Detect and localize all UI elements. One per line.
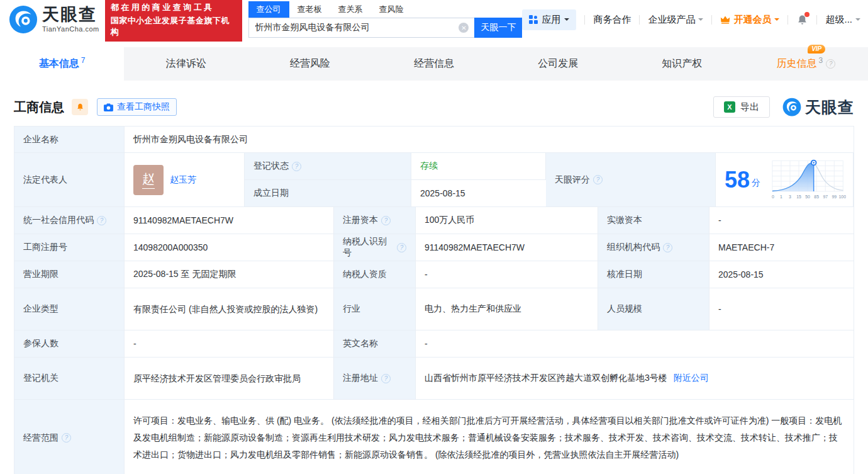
help-icon[interactable] <box>663 243 672 252</box>
table-row: 参保人数 - 英文名称 - <box>14 330 854 358</box>
help-icon[interactable] <box>62 433 71 443</box>
divider <box>584 15 585 25</box>
bell-icon <box>76 103 84 111</box>
tab-label: 经营信息 <box>414 57 454 71</box>
field-label-company-type: 企业类型 <box>14 288 125 330</box>
table-row: 经营范围 许可项目：发电业务、输电业务、供 (配) 电业务。 (依法须经批准的项… <box>14 400 854 474</box>
table-row: 企业名称 忻州市金朔风电设备有限公司 <box>14 127 854 153</box>
nav-enterprise-products[interactable]: 企业级产品 <box>648 14 703 26</box>
header-nav: 应用 商务合作 企业级产品 开通会员 <box>522 9 860 30</box>
search-tabs: 查公司 查老板 查关系 查风险 <box>248 1 523 18</box>
search-tab-risk[interactable]: 查风险 <box>371 1 412 18</box>
field-value-legal-rep: 赵 赵玉芳 <box>125 153 245 206</box>
field-label-taxpayer-no: 纳税人识别号 <box>334 234 416 261</box>
field-label-english-name: 英文名称 <box>334 330 416 357</box>
score-tick: 0 <box>772 194 774 198</box>
chevron-down-icon <box>774 18 779 23</box>
tianyancha-score[interactable]: 58 分 <box>716 153 854 206</box>
field-value-reg-authority: 原平经济技术开发区管理委员会行政审批局 <box>125 358 334 399</box>
banner-line1: 都在用的商业查询工具 <box>111 2 236 13</box>
camera-icon <box>104 103 113 111</box>
field-label-insured-num: 参保人数 <box>14 330 125 357</box>
field-value-term: 2025-08-15 至 无固定期限 <box>125 261 334 288</box>
field-label-company-name: 企业名称 <box>14 127 125 152</box>
tab-label: 法律诉讼 <box>166 57 206 71</box>
search-tab-relation[interactable]: 查关系 <box>330 1 371 18</box>
field-value-english-name: - <box>416 330 854 357</box>
tab-label: 基本信息 <box>39 57 79 71</box>
search-input[interactable] <box>248 18 475 38</box>
section-header: 工商信息 查看工商快照 导出 <box>14 96 854 118</box>
field-value-scope: 许可项目：发电业务、输电业务、供 (配) 电业务。 (依法须经批准的项目，经相关… <box>125 400 854 474</box>
field-label-credit-code: 统一社会信用代码 <box>14 207 125 234</box>
apps-menu[interactable]: 应用 <box>522 9 576 30</box>
score-distribution-chart: 0 1 3 15 50 85 97 99 100 <box>767 158 846 202</box>
watermark-text: 天眼查 <box>805 97 854 118</box>
field-value-reg-status: 存续 <box>411 153 546 180</box>
search-tab-company[interactable]: 查公司 <box>248 1 289 18</box>
field-label-industry: 行业 <box>334 288 416 330</box>
tianyancha-logo-icon <box>9 5 38 34</box>
field-value-reg-capital: 100万人民币 <box>416 207 598 234</box>
help-icon[interactable] <box>292 162 301 171</box>
tab-company-development[interactable]: 公司发展 <box>496 47 620 81</box>
field-value-address: 山西省忻州市原平经济技术开发区跨越大道双创孵化基地3号楼 附近公司 <box>416 358 854 399</box>
chevron-down-icon <box>698 18 703 23</box>
nearby-companies-link[interactable]: 附近公司 <box>674 373 709 384</box>
chevron-down-icon <box>855 18 860 23</box>
table-row: 企业类型 有限责任公司 (非自然人投资或控股的法人独资) 行业 电力、热力生产和… <box>14 288 854 330</box>
field-value-credit-code: 91140982MAETAECH7W <box>125 207 334 234</box>
promo-banner: 都在用的商业查询工具 国家中小企业发展子基金旗下机构 <box>105 0 242 42</box>
site-logo[interactable]: 天眼查 TianYanCha.com <box>9 5 99 34</box>
tab-operation-risk[interactable]: 经营风险 <box>248 47 372 81</box>
brand-domain: TianYanCha.com <box>42 25 99 33</box>
field-value-industry: 电力、热力生产和供应业 <box>416 288 598 330</box>
export-button[interactable]: 导出 <box>713 96 770 118</box>
search-button[interactable]: 天眼一下 <box>474 18 522 38</box>
help-icon[interactable] <box>826 59 835 69</box>
excel-icon <box>724 101 735 113</box>
enterprise-products-label: 企业级产品 <box>648 14 695 26</box>
tab-operation-info[interactable]: 经营信息 <box>372 47 496 81</box>
field-value-reg-no: 14098200A000350 <box>125 234 334 261</box>
crown-icon <box>720 15 730 24</box>
help-icon[interactable] <box>381 216 391 225</box>
table-row: 营业期限 2025-08-15 至 无固定期限 纳税人资质 - 核准日期 202… <box>14 261 854 288</box>
table-row: 统一社会信用代码 91140982MAETAECH7W 注册资本 100万人民币… <box>14 207 854 234</box>
help-icon[interactable] <box>381 374 391 383</box>
business-snapshot-button[interactable]: 查看工商快照 <box>97 98 177 116</box>
help-icon[interactable] <box>397 243 406 252</box>
section-title: 工商信息 <box>14 99 64 116</box>
tab-basic-info[interactable]: 基本信息7 <box>0 47 124 81</box>
legal-rep-link[interactable]: 赵玉芳 <box>170 174 196 186</box>
table-row: 登记机关 原平经济技术开发区管理委员会行政审批局 注册地址 山西省忻州市原平经济… <box>14 358 854 400</box>
tab-label: 经营风险 <box>290 57 330 71</box>
legal-rep-avatar[interactable]: 赵 <box>133 165 164 195</box>
field-value-taxpayer-no: 91140982MAETAECH7W <box>416 234 598 261</box>
search-tab-boss[interactable]: 查老板 <box>289 1 330 18</box>
score-tick: 100 <box>839 194 846 198</box>
help-icon[interactable] <box>593 175 603 184</box>
divider <box>711 15 712 25</box>
help-icon[interactable] <box>97 216 106 225</box>
account-menu[interactable]: 超级... <box>825 14 860 26</box>
monitor-bell-button[interactable] <box>72 99 88 115</box>
tab-legal-proceedings[interactable]: 法律诉讼 <box>124 47 248 81</box>
field-label-taxpayer-quality: 纳税人资质 <box>334 261 416 288</box>
nav-business-coop[interactable]: 商务合作 <box>593 14 631 26</box>
score-tick: 3 <box>789 194 791 198</box>
notifications-bell[interactable] <box>796 14 808 26</box>
address-text: 山西省忻州市原平经济技术开发区跨越大道双创孵化基地3号楼 <box>425 373 667 384</box>
tab-intellectual-property[interactable]: 知识产权 <box>620 47 744 81</box>
field-label-approved-date: 核准日期 <box>598 261 709 288</box>
field-label-staff-size: 人员规模 <box>598 288 709 330</box>
tab-label: 历史信息 <box>777 57 817 71</box>
tab-history-info[interactable]: VIP 历史信息3 <box>744 47 868 81</box>
notification-dot <box>804 12 810 17</box>
page-tabs: 基本信息7 法律诉讼 经营风险 经营信息 公司发展 知识产权 VIP 历史信息3 <box>0 47 868 81</box>
nav-open-vip[interactable]: 开通会员 <box>720 14 779 26</box>
divider <box>816 15 817 25</box>
field-value-company-type: 有限责任公司 (非自然人投资或控股的法人独资) <box>125 288 334 330</box>
score-unit: 分 <box>752 178 760 189</box>
table-row: 法定代表人 赵 赵玉芳 登记状态 存续 天眼评分 58 分 <box>14 153 854 207</box>
